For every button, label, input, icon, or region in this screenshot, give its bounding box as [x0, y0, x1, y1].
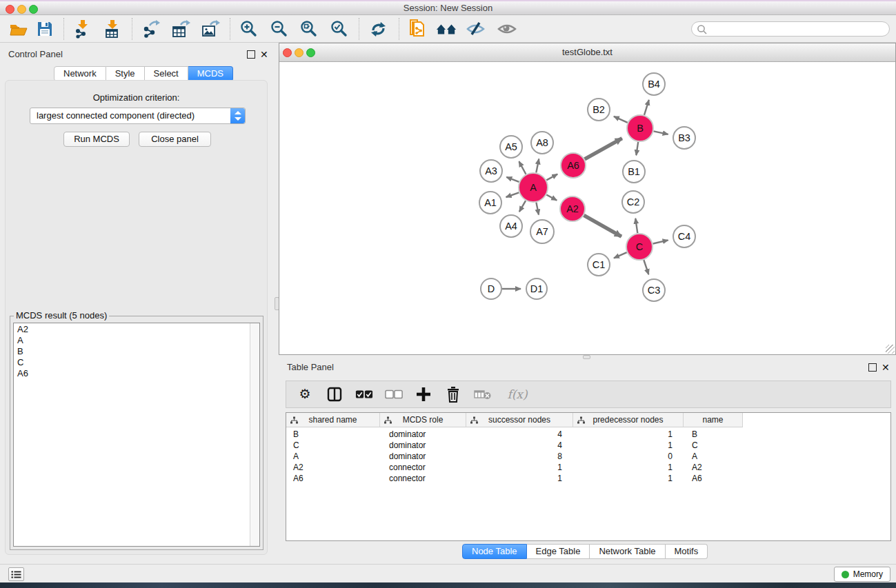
graph-node-D1[interactable]: D1 [526, 278, 547, 299]
control-panel-float-button[interactable] [247, 50, 255, 59]
graph-edge-C-C2[interactable] [635, 219, 637, 233]
graph-edge-A-A3[interactable] [506, 177, 519, 182]
memory-button[interactable]: Memory [834, 567, 890, 582]
show-all-button[interactable] [497, 19, 517, 39]
table-cell[interactable]: 1 [466, 473, 573, 484]
table-cell[interactable]: C [286, 440, 380, 451]
column-header-mcds-role[interactable]: MCDS role [380, 413, 466, 427]
zoom-out-button[interactable] [269, 19, 290, 39]
graph-edge-A-A2[interactable] [546, 195, 557, 201]
table-settings-button[interactable]: ⚙ [296, 385, 314, 403]
tab-node-table[interactable]: Node Table [462, 544, 527, 559]
delete-column-button[interactable] [444, 385, 462, 403]
table-cell[interactable]: dominator [380, 440, 466, 451]
table-cell[interactable]: B [684, 429, 743, 440]
mcds-result-listbox[interactable]: A2ABCA6 [13, 323, 260, 547]
mcds-result-item[interactable]: A2 [14, 324, 250, 335]
table-row[interactable]: Bdominator41B [286, 429, 890, 440]
tab-network[interactable]: Network [54, 66, 106, 81]
table-cell[interactable]: A [286, 451, 380, 462]
tab-style[interactable]: Style [106, 66, 145, 81]
delete-table-button[interactable] [474, 385, 492, 403]
graph-edge-B-B3[interactable] [654, 131, 668, 134]
select-all-button[interactable] [355, 385, 373, 403]
table-cell[interactable]: A2 [286, 462, 380, 473]
column-header-successor-nodes[interactable]: successor nodes [466, 413, 573, 427]
table-cell[interactable]: 8 [466, 451, 573, 462]
table-cell[interactable]: dominator [380, 451, 466, 462]
table-row[interactable]: Cdominator41C [286, 440, 890, 451]
graph-node-D[interactable]: D [481, 278, 501, 299]
graph-node-A[interactable]: A [519, 173, 548, 202]
criterion-dropdown[interactable]: largest connected component (directed) [30, 108, 246, 124]
zoom-selected-button[interactable] [329, 19, 350, 39]
graph-edge-C-C1[interactable] [614, 252, 627, 258]
graph-edge-A6-B[interactable] [585, 139, 622, 159]
show-columns-button[interactable] [326, 385, 344, 403]
graph-node-A6[interactable]: A6 [561, 153, 586, 178]
tab-mcds[interactable]: MCDS [188, 66, 233, 81]
add-column-button[interactable] [415, 385, 432, 403]
graph-node-A1[interactable]: A1 [479, 192, 501, 214]
tab-network-table[interactable]: Network Table [590, 544, 665, 559]
control-panel-close-button[interactable]: ✕ [260, 50, 268, 59]
zoom-in-button[interactable] [239, 19, 259, 39]
mcds-result-item[interactable]: A [14, 335, 250, 346]
graph-node-A2[interactable]: A2 [560, 196, 585, 221]
export-network-button[interactable] [141, 19, 161, 39]
export-image-button[interactable] [200, 19, 221, 39]
table-panel-float-button[interactable] [868, 363, 877, 372]
table-cell[interactable]: 1 [573, 473, 684, 484]
graph-edge-B-B2[interactable] [614, 116, 628, 123]
graph-node-C[interactable]: C [626, 234, 653, 260]
table-cell[interactable]: C [684, 440, 743, 451]
export-table-button[interactable] [170, 19, 191, 39]
table-cell[interactable]: connector [380, 473, 466, 484]
graph-node-A7[interactable]: A7 [530, 220, 554, 243]
graph-node-C3[interactable]: C3 [643, 279, 665, 301]
tab-select[interactable]: Select [145, 66, 188, 81]
graph-edge-B-B4[interactable] [644, 100, 649, 115]
graph-edge-C-C4[interactable] [653, 240, 668, 243]
home-button[interactable] [436, 19, 457, 39]
table-cell[interactable]: 1 [573, 440, 684, 451]
mcds-result-item[interactable]: C [14, 357, 250, 368]
save-session-button[interactable] [34, 19, 55, 39]
table-cell[interactable]: 1 [573, 429, 684, 440]
duplicate-network-button[interactable] [407, 19, 428, 39]
mcds-result-item[interactable]: B [14, 346, 250, 357]
graph-node-A4[interactable]: A4 [500, 215, 522, 237]
graph-edge-A-A5[interactable] [519, 161, 526, 174]
table-cell[interactable]: 4 [466, 440, 573, 451]
graph-node-C2[interactable]: C2 [622, 191, 644, 213]
network-canvas[interactable]: AA1A3A5A8A4A7A6A2BB2B4B3B1CC2C1C4C3DD1 [279, 62, 895, 354]
close-panel-button[interactable]: Close panel [139, 132, 211, 147]
table-cell[interactable]: 1 [573, 462, 684, 473]
graph-edge-C-C3[interactable] [644, 260, 648, 274]
table-cell[interactable]: connector [380, 462, 466, 473]
window-resize-handle[interactable] [886, 345, 895, 354]
graph-node-B3[interactable]: B3 [673, 127, 695, 149]
graph-node-A3[interactable]: A3 [480, 160, 502, 182]
graph-edge-A-A4[interactable] [519, 201, 526, 212]
search-box[interactable] [691, 21, 890, 37]
table-row[interactable]: A6connector11A6 [286, 473, 890, 484]
table-cell[interactable]: A2 [684, 462, 743, 473]
graph-node-C1[interactable]: C1 [588, 254, 610, 276]
graph-node-C4[interactable]: C4 [673, 225, 695, 247]
table-cell[interactable]: A6 [684, 473, 743, 484]
table-cell[interactable]: A [684, 451, 743, 462]
graph-edge-A2-C[interactable] [584, 215, 621, 236]
table-cell[interactable]: 4 [466, 429, 573, 440]
import-table-button[interactable] [102, 19, 123, 39]
run-mcds-button[interactable]: Run MCDS [63, 132, 130, 147]
network-window-titlebar[interactable]: testGlobe.txt [279, 43, 895, 62]
mcds-scrollbar[interactable] [250, 323, 259, 546]
column-header-predecessor-nodes[interactable]: predecessor nodes [573, 413, 684, 427]
titlebar[interactable]: Session: New Session [0, 0, 896, 15]
column-header-shared-name[interactable]: shared name [286, 413, 380, 427]
graph-node-B4[interactable]: B4 [643, 73, 665, 95]
column-header-name[interactable]: name [684, 413, 743, 427]
deselect-all-button[interactable] [385, 385, 403, 403]
graph-edge-B-B1[interactable] [636, 142, 638, 155]
